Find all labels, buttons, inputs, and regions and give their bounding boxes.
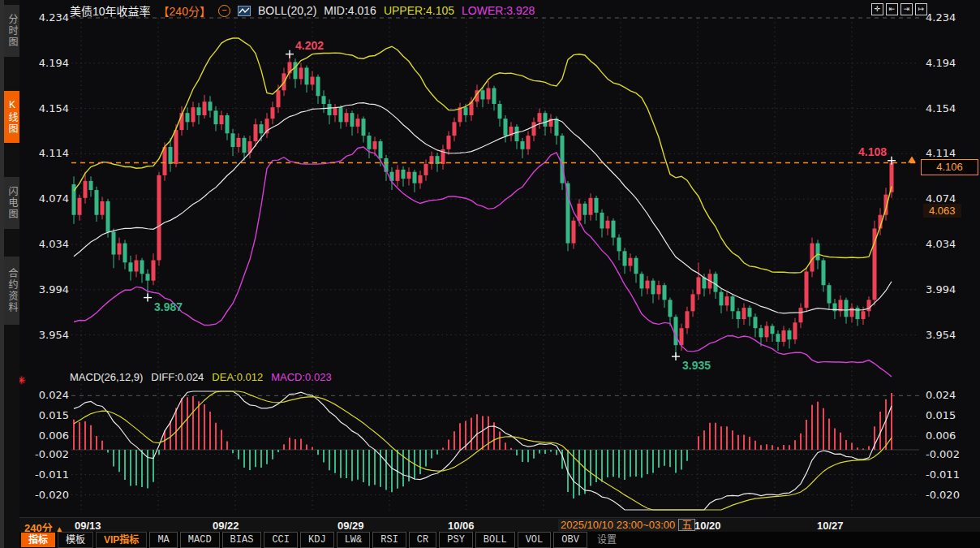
- svg-text:3.954: 3.954: [39, 329, 69, 341]
- svg-text:0.006: 0.006: [39, 429, 69, 442]
- svg-text:4.234: 4.234: [39, 11, 69, 24]
- toolbar-button-OBV[interactable]: OBV: [553, 532, 587, 548]
- svg-text:4.114: 4.114: [926, 147, 956, 159]
- high-annotation: 4.108: [858, 145, 887, 158]
- toolbar-button-LW&[interactable]: LW&: [337, 532, 371, 548]
- pan-end-icon[interactable]: ↦: [915, 3, 927, 15]
- price-arrow-icon: [908, 157, 916, 163]
- svg-text:-0.002: -0.002: [926, 448, 960, 460]
- svg-text:4.234: 4.234: [926, 11, 956, 24]
- svg-text:0.006: 0.006: [926, 429, 956, 442]
- toolbar-button-VIP指标[interactable]: VIP指标: [96, 532, 147, 548]
- macd-dea-value: DEA:0.012: [212, 371, 263, 383]
- toolbar-button-模板[interactable]: 模板: [58, 532, 93, 548]
- low-annotation: 3.987: [154, 300, 183, 313]
- x-axis-tick: 10/20: [694, 520, 721, 532]
- candles-layer: [72, 54, 894, 356]
- macd-macd-value: MACD:0.023: [271, 371, 331, 383]
- toolbar-button-KDJ[interactable]: KDJ: [300, 532, 334, 548]
- macd-diff-line: [74, 391, 892, 510]
- svg-text:4.034: 4.034: [39, 238, 69, 250]
- svg-text:0.015: 0.015: [39, 409, 69, 421]
- svg-text:0.024: 0.024: [926, 389, 956, 401]
- period-tag[interactable]: 【240分】: [158, 2, 211, 19]
- date-tooltip: 2025/10/10 23:00~03:00 五: [558, 519, 698, 531]
- toolbar-button-BIAS[interactable]: BIAS: [222, 532, 262, 548]
- toolbar-button-VOL[interactable]: VOL: [518, 532, 552, 548]
- boll-label: BOLL(20,2): [258, 4, 316, 17]
- collapse-icon[interactable]: −: [218, 5, 230, 17]
- svg-text:4.154: 4.154: [39, 102, 69, 114]
- toolbar-button-CCI[interactable]: CCI: [264, 532, 298, 548]
- kline-style-icon[interactable]: [238, 6, 251, 16]
- indicator-toolbar: 指标模板VIP指标MAMACDBIASCCIKDJLW&RSICRPSYBOLL…: [19, 532, 980, 548]
- svg-text:-0.002: -0.002: [35, 448, 69, 460]
- toolbar-button-BOLL[interactable]: BOLL: [475, 532, 515, 548]
- toolbar-button-设置[interactable]: 设置: [590, 533, 624, 547]
- low-annotation: 3.935: [682, 359, 711, 372]
- toolbar-button-指标[interactable]: 指标: [21, 533, 55, 547]
- sidebar-tab-3[interactable]: 闪电图: [4, 177, 19, 229]
- toolbar-button-RSI[interactable]: RSI: [372, 532, 406, 548]
- toolbar-button-MACD[interactable]: MACD: [180, 532, 220, 548]
- secondary-price-tag: 4.063: [923, 204, 961, 218]
- trading-terminal-window: 4.2344.2344.1944.1944.1544.1544.1144.114…: [0, 0, 980, 548]
- svg-text:-0.020: -0.020: [35, 489, 69, 501]
- toolbar-button-MA[interactable]: MA: [149, 532, 177, 548]
- macd-layer: [71, 391, 919, 510]
- tooltip-range: 2025/10/10 23:00~03:00: [561, 519, 675, 531]
- svg-text:4.194: 4.194: [39, 57, 69, 69]
- boll-upper-value: UPPER:4.105: [384, 4, 454, 17]
- svg-text:4.074: 4.074: [39, 192, 69, 205]
- sidebar-tab-1[interactable]: 分时图: [4, 5, 19, 57]
- svg-text:4.034: 4.034: [926, 238, 956, 250]
- chart-header: 美债10年收益率 【240分】 − BOLL(20,2) MID:4.016 U…: [70, 2, 535, 19]
- toolbar-button-PSY[interactable]: PSY: [439, 532, 473, 548]
- crosshair-icon[interactable]: ✛: [871, 3, 883, 15]
- svg-text:-0.011: -0.011: [35, 468, 69, 481]
- sidebar-tab-2[interactable]: K线图: [4, 91, 19, 143]
- boll-mid-value: MID:4.016: [324, 4, 376, 17]
- x-axis-tick: 10/27: [817, 520, 844, 532]
- svg-text:-0.020: -0.020: [926, 489, 960, 501]
- toolbar-button-CR[interactable]: CR: [409, 532, 436, 548]
- high-annotation: 4.202: [295, 39, 324, 52]
- x-axis-tick: 10/06: [448, 520, 475, 532]
- kline-chart-canvas[interactable]: 4.2344.2344.1944.1944.1544.1544.1144.114…: [0, 0, 980, 517]
- macd-diff-value: DIFF:0.024: [151, 371, 204, 383]
- svg-text:0.024: 0.024: [39, 389, 69, 401]
- svg-text:3.994: 3.994: [39, 283, 69, 296]
- x-axis-tick: 09/22: [213, 520, 239, 532]
- sidebar-tab-4[interactable]: 合约资料: [4, 257, 19, 325]
- boll-upper-line: [74, 38, 892, 273]
- x-axis-tick: 09/13: [75, 520, 101, 532]
- x-axis-row: 240分 ▲ 2025/10/10 23:00~03:00 五 09/1309/…: [19, 517, 980, 533]
- macd-dea-line: [74, 391, 892, 510]
- svg-text:3.954: 3.954: [926, 329, 956, 341]
- svg-text:4.074: 4.074: [926, 192, 956, 205]
- tooltip-weekday: 五: [678, 519, 695, 531]
- svg-text:4.154: 4.154: [926, 102, 956, 114]
- chart-type-sidebar: 分时图K线图闪电图合约资料: [0, 0, 19, 548]
- chart-tool-icons: ✛⇤⇥↦: [871, 3, 927, 15]
- macd-header: MACD(26,12,9) DIFF:0.024 DEA:0.012 MACD:…: [70, 371, 332, 383]
- instrument-title: 美债10年收益率: [70, 2, 151, 19]
- pan-start-icon[interactable]: ⇤: [886, 3, 898, 15]
- svg-text:4.194: 4.194: [926, 57, 956, 69]
- pan-right-icon[interactable]: ⇥: [900, 3, 913, 15]
- boll-lower-value: LOWER:3.928: [462, 4, 535, 17]
- boll-mid-line: [74, 103, 892, 313]
- boll-lower-line: [74, 147, 892, 377]
- svg-text:0.015: 0.015: [926, 409, 956, 421]
- x-axis-tick: 09/29: [337, 520, 364, 532]
- macd-params-label: MACD(26,12,9): [70, 371, 143, 383]
- last-price-tag: 4.106: [921, 159, 978, 175]
- svg-text:4.114: 4.114: [39, 147, 69, 159]
- svg-text:3.994: 3.994: [926, 283, 956, 296]
- svg-text:-0.011: -0.011: [926, 468, 960, 481]
